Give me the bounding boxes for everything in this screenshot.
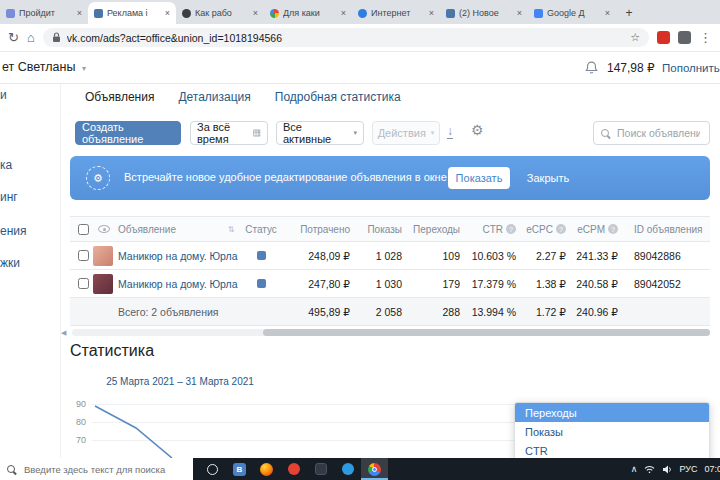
balance-amount: 147,98 ₽	[607, 61, 655, 75]
sidebar-item-fragment[interactable]: инг	[0, 190, 18, 204]
tab-close-icon[interactable]: ×	[75, 8, 82, 18]
select-all-checkbox[interactable]	[78, 224, 89, 235]
new-tab-button[interactable]: +	[620, 4, 638, 22]
ad-id-value: 89042052	[634, 278, 681, 290]
export-download-icon[interactable]: ↓	[447, 125, 453, 139]
col-status[interactable]: Статус	[245, 224, 277, 235]
app-icon-dark[interactable]	[307, 458, 334, 480]
help-icon[interactable]: ?	[556, 224, 566, 234]
vk-app-icon[interactable]: В	[226, 458, 253, 480]
sidebar-item-fragment[interactable]: и	[0, 88, 7, 102]
tab-close-icon[interactable]: ×	[515, 8, 522, 18]
tab-close-icon[interactable]: ×	[427, 8, 434, 18]
eye-icon[interactable]	[98, 223, 110, 235]
volume-icon[interactable]	[662, 465, 672, 474]
notifications-bell-icon[interactable]	[584, 60, 599, 77]
ads-search-field[interactable]	[593, 121, 710, 145]
topup-link[interactable]: Пополнить	[662, 62, 720, 74]
col-ecpc[interactable]: eCPC	[526, 224, 553, 235]
sidebar-item-fragment[interactable]: ения	[0, 224, 27, 238]
tab-detailing[interactable]: Детализация	[178, 90, 250, 104]
actions-button-disabled: Действия ▾	[372, 121, 440, 145]
col-ecpm[interactable]: eCPM	[577, 224, 605, 235]
chart-period-selector[interactable]: 25 Марта 2021 – 31 Марта 2021	[70, 376, 290, 387]
ecpc-value: 1.38 ₽	[536, 278, 566, 290]
tray-expand-icon[interactable]: ∧	[631, 464, 638, 474]
sort-icon[interactable]: ⇅	[228, 225, 235, 234]
tab-close-icon[interactable]: ×	[603, 8, 610, 18]
clock[interactable]: 07:07	[704, 464, 720, 474]
cortana-icon[interactable]	[199, 458, 226, 480]
row-checkbox[interactable]	[78, 278, 89, 289]
ad-name-link[interactable]: Маникюр на дому. Юрла	[118, 250, 238, 262]
bookmark-star-icon[interactable]: ☆	[630, 31, 640, 44]
dropdown-item[interactable]: CTR	[515, 441, 709, 458]
create-ad-button[interactable]: Создать объявление	[75, 121, 181, 145]
home-icon[interactable]: ⌂	[27, 31, 35, 44]
table-row: Маникюр на дому. Юрла 247,80 ₽ 1 030 179…	[70, 270, 710, 298]
browser-menu-icon[interactable]: ⋮	[699, 31, 712, 44]
row-checkbox[interactable]	[78, 250, 89, 261]
search-input[interactable]	[615, 126, 702, 140]
address-bar[interactable]: vk.com/ads?act=office&union_id=101819456…	[43, 28, 649, 47]
tab-ads[interactable]: Объявления	[85, 90, 154, 104]
tab-detailed-stats[interactable]: Подробная статистика	[275, 90, 401, 104]
banner-close-button[interactable]: Закрыть	[520, 167, 576, 189]
col-spent[interactable]: Потрачено	[300, 224, 350, 235]
extension-icon[interactable]	[678, 31, 691, 44]
cabinet-name: ет Светланы	[2, 60, 75, 74]
ecpm-value: 240.58 ₽	[576, 278, 618, 290]
browser-tab-3[interactable]: Как рабо ×	[176, 2, 264, 24]
tab-close-icon[interactable]: ×	[339, 8, 346, 18]
col-impressions[interactable]: Показы	[367, 224, 402, 235]
ad-thumbnail[interactable]	[93, 246, 113, 266]
tab-title: Интернет	[371, 8, 427, 18]
status-icon[interactable]	[257, 251, 266, 260]
dropdown-item-selected[interactable]: Переходы	[515, 403, 709, 422]
browser-tab-6[interactable]: (2) Новое ×	[440, 2, 528, 24]
sidebar-item-fragment[interactable]: ка	[0, 158, 12, 172]
horizontal-scrollbar[interactable]	[72, 329, 710, 336]
tab-close-icon[interactable]: ×	[251, 8, 258, 18]
dropdown-item[interactable]: Показы	[515, 422, 709, 441]
browser-tab-1[interactable]: Пройдит ×	[0, 2, 88, 24]
banner-show-button[interactable]: Показать	[448, 167, 510, 189]
sidebar-item-fragment[interactable]: жки	[0, 256, 20, 270]
browser-tab-2[interactable]: Реклама і ×	[88, 2, 176, 24]
app-icon-blue[interactable]	[334, 458, 361, 480]
tab-close-icon[interactable]: ×	[163, 8, 170, 18]
period-filter-button[interactable]: За всё время	[190, 121, 268, 145]
taskbar-search-input[interactable]	[22, 463, 186, 476]
help-icon[interactable]: ?	[608, 224, 618, 234]
ad-thumbnail[interactable]	[93, 274, 113, 294]
blue-circle	[342, 463, 354, 475]
docs-favicon	[534, 9, 543, 18]
col-ad[interactable]: Объявление	[118, 224, 176, 235]
col-ctr[interactable]: CTR	[482, 224, 503, 235]
cabinet-selector[interactable]: ет Светланы ▾	[2, 60, 86, 74]
status-filter-button[interactable]: Все активные ▾	[276, 121, 364, 145]
chrome-icon[interactable]	[361, 458, 388, 480]
vk-favicon	[94, 9, 103, 18]
app-icon-red[interactable]	[280, 458, 307, 480]
reload-icon[interactable]: ↻	[8, 31, 19, 44]
scroll-left-arrow-icon[interactable]: ◀	[61, 329, 66, 337]
actions-label: Действия	[378, 127, 426, 139]
y-tick: 90	[58, 399, 86, 409]
pdf-extension-icon[interactable]	[657, 31, 670, 44]
browser-tab-4[interactable]: Для каки ×	[264, 2, 352, 24]
tab-title: Для каки	[283, 8, 339, 18]
language-indicator[interactable]: РУС	[679, 464, 697, 474]
taskbar-search[interactable]	[0, 458, 193, 480]
status-icon[interactable]	[257, 279, 266, 288]
browser-tab-5[interactable]: Интернет ×	[352, 2, 440, 24]
firefox-icon[interactable]	[253, 458, 280, 480]
wifi-icon[interactable]	[644, 465, 655, 474]
ad-name-link[interactable]: Маникюр на дому. Юрла	[118, 278, 238, 290]
col-id[interactable]: ID объявления	[634, 224, 702, 235]
browser-tab-7[interactable]: Google Д ×	[528, 2, 616, 24]
table-settings-gear-icon[interactable]: ⚙	[471, 123, 484, 137]
scrollbar-thumb[interactable]	[263, 329, 710, 336]
col-clicks[interactable]: Переходы	[413, 224, 460, 235]
help-icon[interactable]: ?	[506, 224, 516, 234]
